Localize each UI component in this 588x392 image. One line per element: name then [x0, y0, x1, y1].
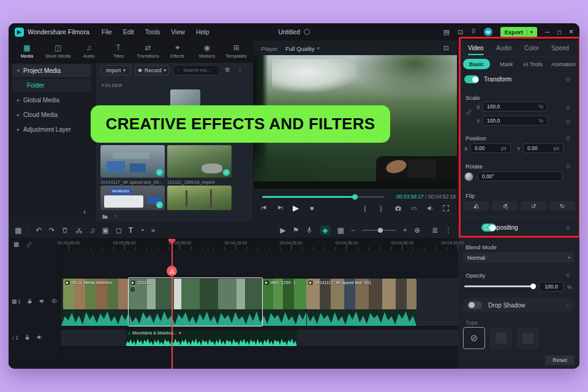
subtab-mask[interactable]: Mask	[494, 59, 519, 69]
redo-icon[interactable]: ↷	[48, 227, 55, 234]
marker-icon[interactable]: ⚑	[293, 227, 300, 234]
props-tab-video[interactable]: Video	[468, 45, 483, 51]
export-button[interactable]: Export ▾	[500, 27, 537, 37]
subtab-animation[interactable]: Animation	[545, 59, 579, 69]
link-scale-icon[interactable]	[466, 109, 472, 116]
flip-vertical-button[interactable]	[492, 201, 518, 211]
transform-toggle[interactable]	[464, 75, 479, 83]
save-icon[interactable]: ⊡	[458, 29, 463, 36]
drop-shadow-toggle[interactable]	[467, 301, 482, 309]
voiceover-mic-icon[interactable]	[306, 227, 313, 234]
sidebar-item-adjustment-layer[interactable]: ▸ Adjustment Layer	[12, 123, 91, 136]
sidebar-collapse-button[interactable]: ‹	[83, 208, 86, 216]
menu-view[interactable]: View	[171, 28, 185, 36]
flip-horizontal-button[interactable]	[463, 201, 489, 211]
playhead-line[interactable]	[172, 239, 173, 369]
crop-icon[interactable]: ◻	[116, 227, 122, 234]
import-button[interactable]: Import ▾	[100, 65, 131, 75]
opacity-keyframe-icon[interactable]: ◇	[566, 272, 570, 278]
search-input[interactable]	[182, 67, 216, 74]
mark-in-button[interactable]: {	[364, 205, 366, 212]
position-keyframe-icon[interactable]: ◇	[566, 135, 570, 141]
tab-media[interactable]: ▦ Media	[12, 44, 42, 59]
tab-effects[interactable]: ✦ Effects	[163, 44, 192, 59]
rotate-dial[interactable]	[464, 172, 473, 181]
scale-x-keyframe-icon[interactable]: ◇	[566, 104, 570, 110]
rotate-cw-button[interactable]: ↻	[549, 201, 575, 211]
record-button[interactable]: ◉ Record ▾	[135, 65, 169, 75]
track-manager-icon[interactable]: ▦	[337, 227, 344, 234]
opacity-slider[interactable]	[464, 285, 533, 287]
rotate-ccw-button[interactable]: ↺	[521, 201, 546, 211]
mute-speaker-icon[interactable]	[36, 334, 43, 341]
more-tools-icon[interactable]: »	[151, 227, 155, 234]
stop-button[interactable]: ■	[310, 205, 314, 211]
props-tab-speed[interactable]: Speed	[551, 45, 569, 51]
media-thumbnail-truck[interactable]: 800-459-9115 ✓	[100, 186, 165, 210]
timeline-clip-selected[interactable]: ▶ 101114... ◔	[129, 279, 262, 309]
render-preview-icon[interactable]: ▶	[280, 227, 285, 234]
tab-transitions[interactable]: ⇄ Transitions	[133, 44, 162, 59]
timeline-clip-img1250[interactable]: ▶ IMG_1250_1	[262, 279, 306, 309]
menu-edit[interactable]: Edit	[123, 28, 134, 36]
text-tool-icon[interactable]: T	[129, 227, 133, 234]
menu-help[interactable]: Help	[196, 28, 209, 36]
tab-titles[interactable]: T Titles	[104, 44, 133, 59]
fullscreen-icon[interactable]	[442, 205, 450, 212]
timeline-clip-menlo[interactable]: ▶ 09-11 Menlo Atherton	[63, 279, 129, 309]
layout-panels-icon[interactable]: ▤	[443, 29, 450, 36]
transform-keyframe-icon[interactable]: ◇	[566, 76, 570, 82]
tab-stock-media[interactable]: ◫ Stock Media	[42, 44, 74, 59]
music-clip[interactable]: ♪ Mountains & Meadow... ♥	[126, 330, 297, 346]
view-list-icon[interactable]: ≣	[225, 67, 230, 73]
delete-icon[interactable]	[61, 227, 69, 234]
keyframe-tool-icon[interactable]: ◈	[320, 225, 330, 235]
sidebar-item-project-media[interactable]: ▾ Project Media	[12, 64, 91, 77]
timeline-clip-speedtest[interactable]: ▶ 20141117_4K speed test_001	[306, 279, 417, 309]
rotate-field[interactable]: 0.00°	[478, 172, 562, 181]
display-mode-icon[interactable]: ▭	[411, 205, 417, 211]
scale-x-field[interactable]: 100.0 %	[483, 102, 548, 111]
speed-icon[interactable]: ◔	[140, 227, 144, 234]
new-folder-icon[interactable]	[102, 213, 108, 220]
scale-y-field[interactable]: 100.0 %	[483, 116, 548, 126]
shadow-type-none[interactable]: ⊘	[463, 327, 485, 349]
maximize-button[interactable]: □	[557, 29, 561, 36]
mute-speaker-icon[interactable]	[39, 298, 45, 304]
media-thumbnail-import[interactable]: ✓	[167, 145, 232, 178]
split-scissors-icon[interactable]	[75, 227, 83, 234]
avatar[interactable]: M	[484, 28, 492, 36]
previous-frame-button[interactable]: |◀	[261, 205, 266, 210]
timeline-grid-icon[interactable]: ▦	[13, 241, 19, 247]
lock-icon[interactable]	[24, 334, 31, 341]
import-media-icon[interactable]: ↑	[114, 213, 117, 219]
play-button[interactable]: ▶	[293, 203, 299, 213]
volume-icon[interactable]	[426, 205, 434, 212]
copy-icon[interactable]: ▣	[102, 227, 108, 234]
snapshot-camera-icon[interactable]	[394, 205, 402, 212]
audio-detach-icon[interactable]: ♫	[89, 227, 95, 234]
eye-icon[interactable]	[51, 298, 58, 304]
subtab-basic[interactable]: Basic	[463, 59, 490, 69]
media-search[interactable]	[173, 65, 221, 75]
props-tab-color[interactable]: Color	[524, 45, 539, 51]
lock-icon[interactable]	[26, 298, 33, 304]
undo-icon[interactable]: ↶	[36, 227, 42, 234]
media-thumbnail-park[interactable]	[167, 186, 232, 210]
compositing-keyframe-icon[interactable]: ◇	[566, 224, 570, 230]
reset-button[interactable]: Reset	[545, 355, 575, 365]
split-playhead-badge[interactable]	[167, 266, 177, 276]
props-tab-audio[interactable]: Audio	[496, 45, 512, 51]
mark-out-button[interactable]: }	[380, 205, 382, 212]
menu-tools[interactable]: Tools	[145, 28, 160, 36]
minimize-button[interactable]: ─	[545, 29, 549, 36]
sidebar-item-cloud-media[interactable]: ▸ Cloud Media	[12, 108, 91, 121]
timeline-menu-icon[interactable]: ⋮	[445, 227, 452, 234]
rotate-keyframe-icon[interactable]: ◇	[566, 163, 570, 169]
zoom-out-icon[interactable]: −	[351, 227, 355, 234]
tab-stickers[interactable]: ◉ Stickers	[192, 44, 222, 59]
seek-bar[interactable]	[262, 196, 385, 198]
detach-player-icon[interactable]: ⊡	[443, 45, 449, 51]
timeline-link-icon[interactable]	[26, 241, 32, 248]
position-x-field[interactable]: 0.00 px	[470, 143, 511, 153]
